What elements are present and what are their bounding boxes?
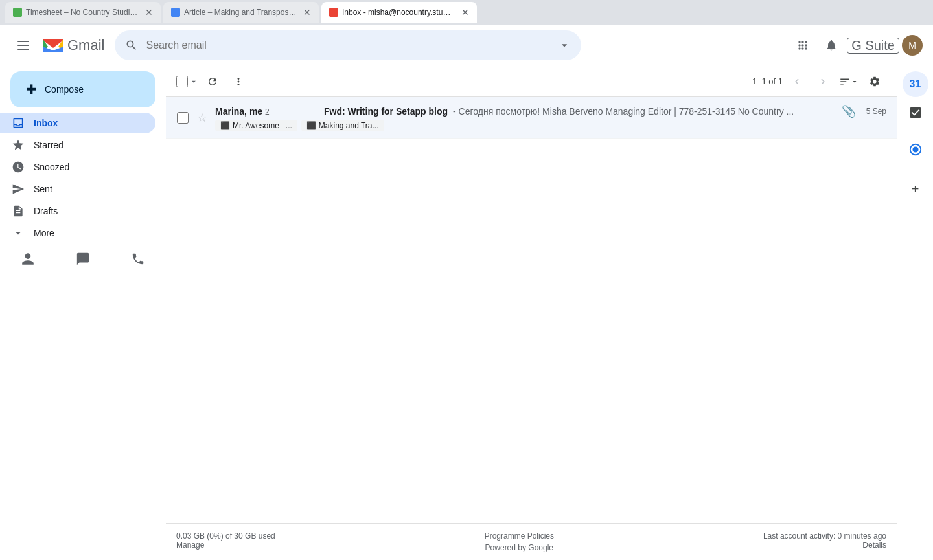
sidebar: ✚ Compose Inbox Starred Snoozed [0,66,166,560]
apps-button[interactable] [790,32,816,58]
tab-favicon-docs [171,8,180,17]
policy-link[interactable]: Programme Policies [485,532,554,541]
main-content: 1–1 of 1 [166,66,897,560]
sidebar-item-drafts[interactable]: Drafts [0,201,156,221]
right-sidebar: 31 + [897,66,933,560]
refresh-button[interactable] [201,70,224,93]
tab-close-gmail[interactable]: ✕ [461,7,469,17]
more-options-button[interactable] [227,70,250,93]
gsuite-text: G Suite [847,38,899,54]
powered-link[interactable]: Powered by Google [485,543,553,552]
gmail-app: Gmail G Suite [0,25,933,560]
tab-docs[interactable]: Article – Making and Transposing an Emai… [163,2,319,23]
search-input[interactable] [146,39,550,51]
star-button[interactable]: ☆ [197,111,207,125]
manage-link[interactable]: Manage [176,541,204,550]
tab-harvest[interactable]: Timesheet – No Country Studio – Harvest … [5,2,161,23]
tab-close-harvest[interactable]: ✕ [145,7,153,17]
sidebar-item-sent[interactable]: Sent [0,179,156,199]
spreadsheet-chip-icon: ⬛ [220,121,230,130]
sidebar-item-starred[interactable]: Starred [0,135,156,155]
search-bar[interactable] [115,30,581,60]
add-sidebar-icon[interactable]: + [903,176,928,202]
calendar-icon[interactable]: 31 [903,71,928,97]
chat-icon[interactable] [76,252,90,269]
notifications-button[interactable] [818,32,844,58]
sent-label: Sent [34,184,145,194]
browser-bar: Timesheet – No Country Studio – Harvest … [0,0,933,25]
compose-label: Compose [45,84,84,95]
footer: 0.03 GB (0%) of 30 GB used Manage Progra… [166,523,897,560]
next-page-button[interactable] [811,70,835,93]
email-list: ☆ Marina, me 2 Fwd: Writing for Setapp b… [166,97,897,523]
svg-rect-0 [17,41,29,42]
drafts-icon [10,205,26,218]
gmail-text: Gmail [67,37,104,54]
email-snippet: - Сегодня посмотрю! Misha Berveno Managi… [453,106,794,117]
right-sidebar-divider [905,131,926,131]
activity-text: Last account activity: 0 minutes ago [763,532,886,541]
attachment-icon: 📎 [842,104,856,118]
drafts-label: Drafts [34,206,145,216]
tab-favicon-gmail [329,8,338,17]
prev-page-button[interactable] [785,70,809,93]
sidebar-item-snoozed[interactable]: Snoozed [0,157,156,177]
search-dropdown-icon[interactable] [558,39,571,52]
hamburger-button[interactable] [10,32,36,58]
table-row[interactable]: ☆ Marina, me 2 Fwd: Writing for Setapp b… [166,97,897,139]
inbox-icon [10,117,26,129]
footer-center: Programme Policies Powered by Google [485,532,554,552]
email-chips-row: ⬛ Mr. Awesome –... ⬛ Making and Tra... [215,120,886,131]
header-icons: G Suite M [790,32,923,58]
right-sidebar-divider-2 [905,168,926,168]
inbox-label: Inbox [34,118,145,128]
person-icon[interactable] [21,252,35,269]
gmail-body: ✚ Compose Inbox Starred Snoozed [0,66,933,560]
svg-rect-2 [17,49,29,50]
select-dropdown-icon[interactable] [189,77,198,86]
snoozed-icon [10,161,26,174]
sidebar-bottom [0,245,166,276]
toolbar-right: 1–1 of 1 [752,70,886,93]
chip-label-2: Making and Tra... [319,121,379,130]
tasks-icon[interactable] [903,100,928,126]
page-count: 1–1 of 1 [752,76,783,86]
chip-doc[interactable]: ⬛ Making and Tra... [301,120,384,131]
gsuite-label: G Suite [847,38,899,54]
svg-point-4 [912,146,918,152]
avatar[interactable]: M [902,35,923,56]
email-checkbox[interactable] [176,112,189,124]
email-preview: Fwd: Writing for Setapp blog - Сегодня п… [324,106,836,117]
email-date: 5 Sep [866,107,886,116]
footer-storage: 0.03 GB (0%) of 30 GB used Manage [176,532,275,550]
storage-text: 0.03 GB (0%) of 30 GB used [176,532,275,541]
select-all-checkbox[interactable] [176,76,188,87]
tab-gmail[interactable]: Inbox - misha@nocountry.studio - No Coun… [321,2,477,23]
phone-icon[interactable] [131,252,145,269]
sidebar-item-more[interactable]: More [0,223,156,243]
compose-button[interactable]: ✚ Compose [10,71,156,107]
circle-icon[interactable] [903,137,928,162]
tab-close-docs[interactable]: ✕ [303,7,311,17]
doc-chip-icon: ⬛ [306,121,316,130]
svg-rect-1 [17,45,29,46]
starred-icon [10,139,26,151]
email-subject: Fwd: Writing for Setapp blog [324,106,448,117]
details-link[interactable]: Details [862,541,886,550]
select-all-wrapper[interactable] [176,76,198,87]
compose-plus-icon: ✚ [26,82,37,97]
more-label: More [34,228,145,238]
starred-label: Starred [34,140,145,150]
chip-label-1: Mr. Awesome –... [233,121,292,130]
email-row-top: Marina, me 2 Fwd: Writing for Setapp blo… [215,104,886,118]
snoozed-label: Snoozed [34,162,145,172]
gmail-header: Gmail G Suite [0,25,933,66]
email-row-inner: Marina, me 2 Fwd: Writing for Setapp blo… [215,104,886,131]
settings-button[interactable] [863,70,886,93]
chip-spreadsheet[interactable]: ⬛ Mr. Awesome –... [215,120,297,131]
more-icon [10,227,26,240]
email-toolbar: 1–1 of 1 [166,66,897,97]
view-settings-button[interactable] [837,70,860,93]
sidebar-item-inbox[interactable]: Inbox [0,113,156,133]
gmail-logo: Gmail [41,36,104,54]
